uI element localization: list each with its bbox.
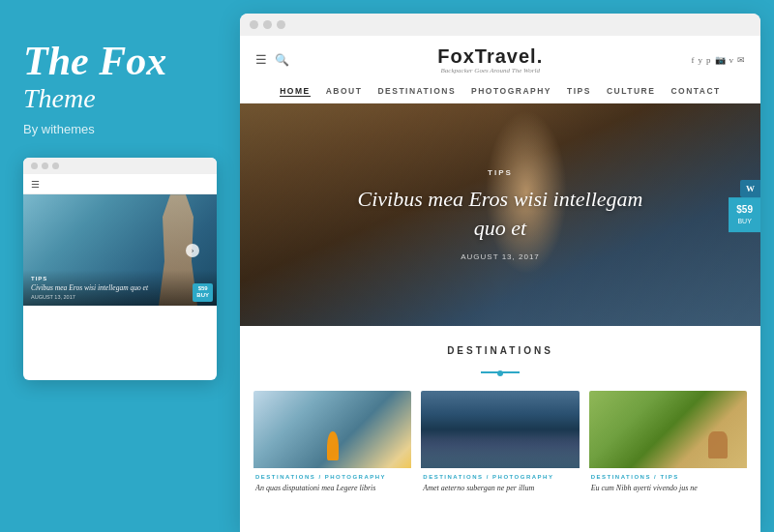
mini-preview: ☰ FoxTravel. TIPS Civibus mea Eros wisi …: [23, 158, 217, 380]
destination-card-3[interactable]: DESTINATIONS / TIPS Eu cum Nibh ayerti v…: [589, 391, 747, 493]
instagram-icon[interactable]: 📷: [715, 55, 726, 65]
nav-about[interactable]: ABOUT: [326, 86, 363, 97]
mini-price-badge[interactable]: $59 BUY: [193, 283, 213, 303]
vimeo-icon[interactable]: v: [729, 55, 734, 65]
divider-line: [481, 371, 520, 373]
site-logo-wrap: FoxTravel. Backpacker Goes Around The Wo…: [437, 45, 543, 74]
hero-section: TIPS Civibus mea Eros wisi intellegam qu…: [240, 103, 760, 326]
nav-destinations[interactable]: DESTINATIONS: [377, 86, 456, 97]
facebook-icon[interactable]: f: [692, 55, 695, 65]
section-divider: [253, 360, 747, 377]
card-text-1: An quas disputationi mea Legere libris: [253, 483, 411, 493]
cards-row: DESTINATIONS / PHOTOGRAPHY An quas dispu…: [253, 391, 747, 493]
site-logo[interactable]: FoxTravel.: [437, 45, 543, 68]
card-text-3: Eu cum Nibh ayerti vivendo jus ne: [589, 483, 747, 493]
mini-tips-tag: TIPS: [31, 276, 209, 281]
mini-dot-2: [42, 163, 48, 169]
search-icon[interactable]: 🔍: [275, 53, 289, 68]
browser-dot-2: [263, 20, 272, 29]
mini-browser-content: ☰ FoxTravel. TIPS Civibus mea Eros wisi …: [23, 174, 217, 306]
destinations-section-title: DESTINATIONS: [253, 345, 747, 356]
mini-hero-date: AUGUST 13, 2017: [31, 294, 209, 300]
card-tag-2: DESTINATIONS / PHOTOGRAPHY: [421, 474, 579, 480]
hamburger-icon[interactable]: ☰: [255, 52, 267, 68]
card-image-3: [589, 391, 747, 468]
destination-card-2[interactable]: DESTINATIONS / PHOTOGRAPHY Amet aeterno …: [421, 391, 579, 493]
price-badge[interactable]: $59 BUY: [729, 197, 760, 232]
nav-bar: HOME ABOUT DESTINATIONS PHOTOGRAPHY TIPS…: [255, 80, 745, 103]
mini-hamburger-icon: ☰: [31, 179, 40, 190]
mini-hero-overlay: TIPS Civibus mea Eros wisi intellegam qu…: [23, 270, 217, 306]
mail-icon[interactable]: ✉: [737, 55, 745, 65]
site-content: ☰ 🔍 FoxTravel. Backpacker Goes Around Th…: [240, 36, 760, 532]
destinations-section: DESTINATIONS DESTINATIONS / PHOTOGRAPHY …: [240, 326, 760, 503]
theme-title: The Fox: [23, 39, 217, 83]
price-sub-label: BUY: [736, 217, 753, 226]
hero-date: AUGUST 13, 2017: [461, 252, 540, 261]
youtube-icon[interactable]: y: [699, 55, 703, 65]
mini-hero-title: Civibus mea Eros wisi intellegam quo et: [31, 283, 209, 293]
nav-contact[interactable]: CONTACT: [670, 86, 720, 97]
theme-by: By withemes: [23, 122, 217, 136]
card-tag-1: DESTINATIONS / PHOTOGRAPHY: [253, 474, 411, 480]
nav-culture[interactable]: CULTURE: [607, 86, 655, 97]
mini-browser-bar: [23, 158, 217, 174]
card-text-2: Amet aeterno subergan ne per illum: [421, 483, 579, 493]
nav-home[interactable]: HOME: [280, 86, 311, 97]
browser-dot-1: [250, 20, 258, 29]
mini-dot-3: [52, 163, 59, 169]
hero-overlay: TIPS Civibus mea Eros wisi intellegam qu…: [240, 103, 760, 326]
mini-dot-1: [31, 163, 38, 169]
site-header: ☰ 🔍 FoxTravel. Backpacker Goes Around Th…: [240, 36, 760, 103]
nav-photography[interactable]: PHOTOGRAPHY: [471, 86, 551, 97]
site-header-left: ☰ 🔍: [255, 52, 289, 68]
mini-hero: TIPS Civibus mea Eros wisi intellegam qu…: [23, 194, 217, 306]
left-panel: The Fox Theme By withemes ☰ FoxTravel. T…: [0, 0, 240, 532]
mini-header: ☰ FoxTravel.: [23, 174, 217, 194]
card-tag-3: DESTINATIONS / TIPS: [589, 474, 747, 480]
nav-tips[interactable]: TIPS: [567, 86, 591, 97]
browser-window: ☰ 🔍 FoxTravel. Backpacker Goes Around Th…: [240, 14, 760, 532]
card-image-2: [421, 391, 579, 468]
pinterest-icon[interactable]: p: [706, 55, 711, 65]
price-value: $59: [736, 204, 753, 215]
hero-title: Civibus mea Eros wisi intellegam quo et: [355, 185, 645, 242]
social-icons: f y p 📷 v ✉: [692, 55, 746, 65]
site-tagline: Backpacker Goes Around The World: [437, 67, 543, 74]
mini-logo: FoxTravel.: [88, 178, 150, 190]
browser-dot-3: [277, 20, 285, 29]
theme-subtitle: Theme: [23, 83, 217, 114]
hero-tag: TIPS: [488, 168, 513, 177]
wordpress-badge[interactable]: W: [740, 180, 760, 197]
card-image-1: [253, 391, 411, 468]
browser-bar: [240, 14, 760, 36]
site-header-top: ☰ 🔍 FoxTravel. Backpacker Goes Around Th…: [255, 45, 745, 74]
mini-next-arrow[interactable]: ›: [186, 244, 199, 257]
destination-card-1[interactable]: DESTINATIONS / PHOTOGRAPHY An quas dispu…: [253, 391, 411, 493]
